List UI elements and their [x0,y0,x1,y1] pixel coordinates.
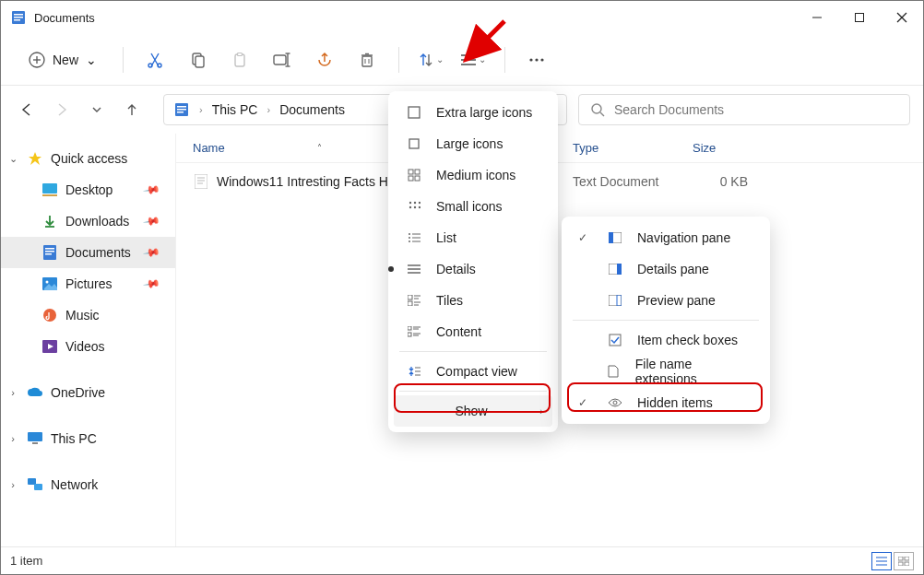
svg-rect-87 [408,295,412,299]
svg-rect-65 [905,562,909,566]
sidebar-item-music[interactable]: Music [1,299,175,331]
svg-rect-17 [274,55,286,65]
menu-item-file-name-extensions[interactable]: File name extensions [567,356,764,387]
details-pane-icon [606,264,624,275]
column-size[interactable]: Size [693,141,748,155]
view-button[interactable]: ⌄ [455,41,492,78]
close-button[interactable] [881,1,923,34]
svg-rect-21 [362,56,372,66]
check-icon: ✓ [578,231,593,244]
navigation-sidebar: ⌄ Quick access Desktop 📌 Downloads 📌 Doc… [1,134,176,546]
status-bar: 1 item [1,546,923,574]
menu-item-preview-pane[interactable]: Preview pane [567,285,764,316]
sort-button[interactable]: ⌄ [412,41,449,78]
menu-item-details-pane[interactable]: Details pane [567,253,764,285]
divider [123,47,124,73]
paste-button[interactable] [221,41,258,78]
share-button[interactable] [306,41,343,78]
menu-item-compact-view[interactable]: Compact view [394,356,552,387]
rename-button[interactable] [264,41,301,78]
more-button[interactable] [518,41,555,78]
forward-button[interactable] [49,97,75,123]
menu-item-hidden-items[interactable]: ✓Hidden items [567,387,764,418]
menu-item-list[interactable]: List [394,222,552,253]
menu-item-extra-large-icons[interactable]: Extra large icons [394,97,552,128]
chevron-right-icon: › [539,405,543,417]
sidebar-onedrive[interactable]: › OneDrive [1,377,175,408]
svg-rect-66 [409,107,420,118]
sidebar-label: Music [65,308,100,323]
svg-rect-33 [177,106,186,108]
svg-rect-53 [28,478,36,485]
details-view-toggle[interactable] [871,552,892,570]
sidebar-label: Quick access [51,151,127,166]
menu-item-small-icons[interactable]: Small icons [394,191,552,222]
recent-button[interactable] [84,97,110,123]
network-icon [27,476,43,493]
up-button[interactable] [119,97,145,123]
menu-item-item-check-boxes[interactable]: Item check boxes [567,324,764,356]
copy-button[interactable] [179,41,216,78]
check-icon: ✓ [578,396,593,409]
svg-rect-39 [42,183,57,194]
item-count: 1 item [10,554,42,568]
svg-rect-105 [617,264,622,275]
monitor-icon [27,430,43,447]
menu-item-show[interactable]: Show › [394,395,552,427]
file-row[interactable]: Windows11 Intresting Facts HTML Text Doc… [193,169,923,194]
sidebar-item-desktop[interactable]: Desktop 📌 [1,174,175,205]
chevron-right-icon: › [267,104,270,115]
svg-rect-54 [34,484,42,490]
documents-folder-icon [10,9,27,26]
compact-icon [405,365,423,378]
svg-rect-44 [45,251,54,252]
maximize-button[interactable] [838,1,881,34]
delete-button[interactable] [349,41,385,78]
svg-rect-14 [195,56,204,67]
cut-button[interactable] [136,41,173,78]
svg-rect-51 [28,432,42,441]
sidebar-item-pictures[interactable]: Pictures 📌 [1,268,175,299]
view-menu: Extra large icons Large icons Medium ico… [388,91,558,432]
content-icon [405,326,423,337]
breadcrumb-root[interactable]: This PC [212,102,258,117]
pin-icon: 📌 [142,181,160,199]
window-controls [796,1,923,34]
sidebar-item-documents[interactable]: Documents 📌 [1,237,175,268]
sidebar-label: Documents [65,245,131,260]
search-box[interactable]: Search Documents [578,94,910,125]
music-icon [41,307,58,323]
menu-item-details[interactable]: Details [394,253,552,285]
thumbnails-view-toggle[interactable] [894,552,914,570]
search-placeholder: Search Documents [614,102,724,117]
sidebar-item-downloads[interactable]: Downloads 📌 [1,205,175,237]
column-type[interactable]: Type [573,141,693,155]
eye-icon [606,397,624,408]
minimize-button[interactable] [796,1,838,34]
menu-item-medium-icons[interactable]: Medium icons [394,159,552,191]
svg-point-36 [592,104,601,113]
svg-rect-108 [610,334,621,346]
svg-line-37 [600,112,604,116]
new-button[interactable]: New ⌄ [16,45,110,75]
menu-item-navigation-pane[interactable]: ✓Navigation pane [567,222,764,253]
sidebar-this-pc[interactable]: › This PC [1,423,175,454]
breadcrumb-current[interactable]: Documents [279,102,345,117]
svg-rect-40 [42,194,57,196]
menu-item-content[interactable]: Content [394,316,552,347]
sidebar-item-videos[interactable]: Videos [1,331,175,362]
svg-point-109 [613,401,617,405]
menu-item-large-icons[interactable]: Large icons [394,128,552,159]
menu-item-tiles[interactable]: Tiles [394,285,552,316]
small-icons-icon [405,200,423,213]
download-icon [41,213,58,229]
svg-rect-52 [32,442,38,444]
videos-icon [41,338,58,355]
text-file-icon [193,173,209,190]
sidebar-quick-access[interactable]: ⌄ Quick access [1,143,175,174]
svg-rect-64 [898,562,903,566]
sidebar-network[interactable]: › Network [1,469,175,500]
file-icon [605,365,622,378]
back-button[interactable] [14,97,40,123]
menu-divider [399,351,547,352]
